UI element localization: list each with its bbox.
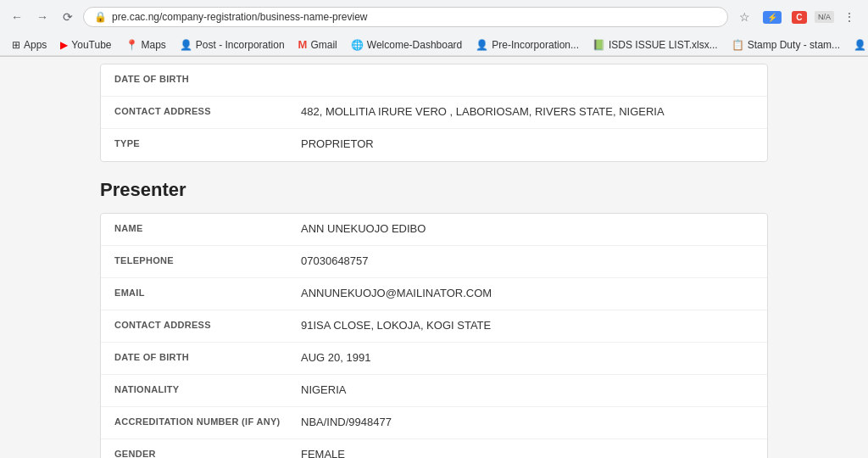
presenter-value-0: ANN UNEKUOJO EDIBO xyxy=(301,222,754,235)
bookmark-corporate[interactable]: 👤 Corporate Affairs C... xyxy=(849,37,868,53)
table-row: NAMEANN UNEKUOJO EDIBO xyxy=(101,214,767,246)
maps-label: Maps xyxy=(142,39,166,51)
profile-badge: C xyxy=(792,11,806,24)
na-badge: N/A xyxy=(815,11,834,23)
table-row: GENDERFEMALE xyxy=(101,439,767,458)
table-row: TELEPHONE07030648757 xyxy=(101,246,767,278)
presenter-label-6: ACCREDITATION NUMBER (if any) xyxy=(114,416,301,427)
pre-inc-label: Pre-Incorporation... xyxy=(492,39,579,51)
presenter-label-1: TELEPHONE xyxy=(114,254,301,265)
presenter-heading: Presenter xyxy=(100,179,768,201)
presenter-card: NAMEANN UNEKUOJO EDIBOTELEPHONE070306487… xyxy=(100,213,768,458)
forward-button[interactable]: → xyxy=(32,7,53,27)
reload-button[interactable]: ⟳ xyxy=(58,7,78,27)
welcome-label: Welcome-Dashboard xyxy=(367,39,463,51)
pre-inc-icon: 👤 xyxy=(476,39,488,51)
value-type: PROPRIETOR xyxy=(301,137,754,150)
url-text: pre.cac.ng/company-registration/business… xyxy=(112,11,717,23)
isds-label: ISDS ISSUE LIST.xlsx... xyxy=(609,39,718,51)
apps-label: Apps xyxy=(24,39,47,51)
label-dob-top: DATE OF BIRTH xyxy=(114,73,301,84)
bookmark-welcome[interactable]: 🌐 Welcome-Dashboard xyxy=(346,37,468,53)
label-contact-top: CONTACT ADDRESS xyxy=(114,105,301,116)
post-inc-icon: 👤 xyxy=(180,39,192,51)
youtube-icon: ▶ xyxy=(60,39,68,51)
corporate-icon: 👤 xyxy=(854,39,866,51)
table-row: EMAILANNUNEKUOJO@MAILINATOR.COM xyxy=(101,278,767,310)
bookmark-post-inc[interactable]: 👤 Post - Incorporation xyxy=(175,37,290,53)
table-row: TYPE PROPRIETOR xyxy=(101,129,767,161)
bookmark-gmail[interactable]: M Gmail xyxy=(293,36,342,53)
table-row: DATE OF BIRTH xyxy=(101,64,767,97)
toolbar-icons: ☆ ⚡ C N/A ⋮ xyxy=(733,5,861,29)
bookmark-youtube[interactable]: ▶ YouTube xyxy=(55,37,116,53)
table-row: ACCREDITATION NUMBER (if any)NBA/IND/994… xyxy=(101,407,767,439)
presenter-value-1: 07030648757 xyxy=(301,254,754,267)
post-inc-label: Post - Incorporation xyxy=(196,39,285,51)
back-button[interactable]: ← xyxy=(7,7,27,27)
bookmark-stamp[interactable]: 📋 Stamp Duty - stam... xyxy=(726,37,845,53)
page-wrapper: DATE OF BIRTH CONTACT ADDRESS 482, MOLLI… xyxy=(0,57,868,458)
table-row: DATE OF BIRTHAUG 20, 1991 xyxy=(101,343,767,375)
top-info-card: DATE OF BIRTH CONTACT ADDRESS 482, MOLLI… xyxy=(100,64,768,162)
stamp-icon: 📋 xyxy=(732,39,744,51)
bookmark-star-button[interactable]: ☆ xyxy=(733,5,757,29)
apps-icon: ⊞ xyxy=(12,39,20,51)
presenter-label-4: DATE OF BIRTH xyxy=(114,351,301,362)
profile-button[interactable]: C xyxy=(787,5,811,29)
ext-badge: ⚡ xyxy=(763,11,782,24)
browser-toolbar: ← → ⟳ 🔒 pre.cac.ng/company-registration/… xyxy=(0,0,868,34)
bookmark-apps[interactable]: ⊞ Apps xyxy=(7,37,52,53)
gmail-label: Gmail xyxy=(310,39,337,51)
bookmark-maps[interactable]: 📍 Maps xyxy=(120,37,171,53)
menu-button[interactable]: ⋮ xyxy=(837,5,861,29)
presenter-label-3: CONTACT ADDRESS xyxy=(114,319,301,330)
welcome-icon: 🌐 xyxy=(351,39,364,51)
value-contact-top: 482, MOLLITIA IRURE VERO , LABORIOSAM, R… xyxy=(301,105,754,118)
address-bar[interactable]: 🔒 pre.cac.ng/company-registration/busine… xyxy=(83,7,728,27)
bookmark-isds[interactable]: 📗 ISDS ISSUE LIST.xlsx... xyxy=(587,37,723,53)
presenter-value-2: ANNUNEKUOJO@MAILINATOR.COM xyxy=(301,287,754,299)
bookmarks-bar: ⊞ Apps ▶ YouTube 📍 Maps 👤 Post - Incorpo… xyxy=(0,34,868,56)
table-row: CONTACT ADDRESS91ISA CLOSE, LOKOJA, KOGI… xyxy=(101,310,767,343)
stamp-label: Stamp Duty - stam... xyxy=(748,39,840,51)
maps-icon: 📍 xyxy=(125,39,138,51)
presenter-label-0: NAME xyxy=(114,222,301,233)
browser-chrome: ← → ⟳ 🔒 pre.cac.ng/company-registration/… xyxy=(0,0,868,57)
presenter-value-4: AUG 20, 1991 xyxy=(301,351,754,364)
presenter-value-3: 91ISA CLOSE, LOKOJA, KOGI STATE xyxy=(301,319,754,332)
presenter-label-2: EMAIL xyxy=(114,287,301,298)
gmail-icon: M xyxy=(298,38,308,51)
presenter-value-7: FEMALE xyxy=(301,448,754,458)
isds-icon: 📗 xyxy=(593,39,605,51)
table-row: NATIONALITYNIGERIA xyxy=(101,375,767,407)
extensions-button[interactable]: ⚡ xyxy=(760,5,784,29)
presenter-value-5: NIGERIA xyxy=(301,383,754,396)
main-container: DATE OF BIRTH CONTACT ADDRESS 482, MOLLI… xyxy=(86,64,782,458)
table-row: CONTACT ADDRESS 482, MOLLITIA IRURE VERO… xyxy=(101,97,767,129)
presenter-label-5: NATIONALITY xyxy=(114,383,301,394)
presenter-label-7: GENDER xyxy=(114,448,301,458)
youtube-label: YouTube xyxy=(71,39,111,51)
lock-icon: 🔒 xyxy=(94,11,107,23)
label-type: TYPE xyxy=(114,137,301,148)
presenter-value-6: NBA/IND/9948477 xyxy=(301,416,754,428)
bookmark-pre-inc[interactable]: 👤 Pre-Incorporation... xyxy=(470,37,584,53)
